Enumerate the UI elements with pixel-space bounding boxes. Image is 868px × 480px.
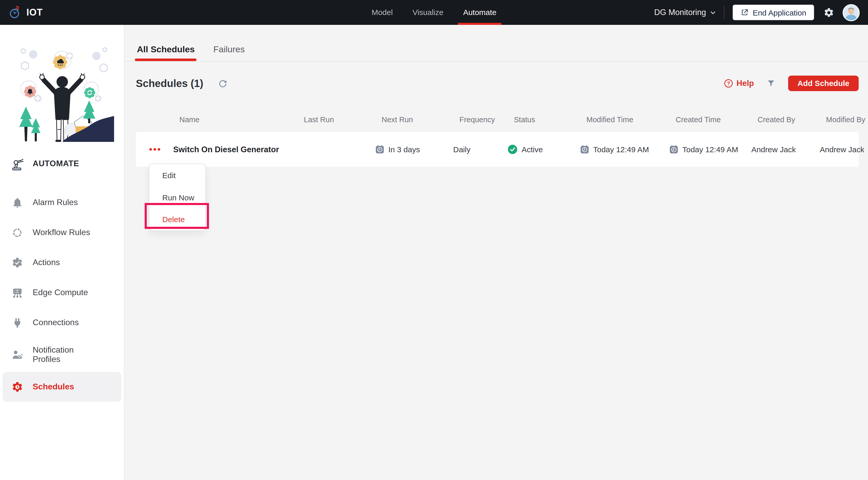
column-header-next-run: Next Run (375, 115, 453, 124)
top-navigation: Model Visualize Automate (365, 0, 503, 25)
sidebar: AUTOMATE Alarm Rules (0, 25, 124, 480)
main-content: All Schedules Failures Schedules (1) ? (124, 25, 868, 480)
help-icon: ? (724, 79, 734, 88)
column-header-last-run: Last Run (298, 115, 375, 124)
refresh-icon[interactable] (218, 78, 228, 88)
nav-tab-model[interactable]: Model (365, 0, 399, 25)
nav-tab-automate[interactable]: Automate (457, 0, 502, 25)
app-window: IOT Model Visualize Automate DG Monitori… (0, 0, 868, 480)
clock-icon (670, 145, 678, 154)
status-cell: Active (508, 144, 580, 154)
column-header-modified-time: Modified Time (580, 115, 670, 124)
gear-check-icon (11, 256, 23, 269)
column-header-status: Status (508, 115, 580, 124)
end-application-label: End Application (753, 8, 806, 17)
column-header-menu (136, 115, 173, 124)
settings-gear-icon[interactable] (824, 7, 834, 18)
modified-time-value: Today 12:49 AM (593, 145, 649, 154)
frequency-cell: Daily (453, 145, 508, 154)
sidebar-item-label: Alarm Rules (33, 198, 78, 207)
server-icon (11, 286, 23, 299)
svg-text:?: ? (727, 80, 730, 86)
external-link-icon (740, 8, 748, 16)
context-menu-item-run-now[interactable]: Run Now (149, 186, 205, 208)
nav-tab-visualize[interactable]: Visualize (406, 0, 450, 25)
table-row[interactable]: Switch On Diesel Generator In 3 days Dai… (136, 132, 859, 167)
sidebar-section-automate: AUTOMATE (0, 153, 124, 174)
sidebar-item-actions[interactable]: Actions (0, 247, 124, 278)
sidebar-item-notification-profiles[interactable]: Notification Profiles (0, 338, 124, 372)
app-selector-label: DG Monitoring (654, 8, 706, 17)
sidebar-item-connections[interactable]: Connections (0, 308, 124, 338)
tab-failures[interactable]: Failures (212, 44, 246, 61)
page-title: Schedules (1) (136, 77, 203, 89)
workflow-icon (11, 227, 23, 238)
tabs-divider (124, 61, 868, 62)
created-time-value: Today 12:49 AM (682, 145, 738, 154)
automation-illustration (10, 40, 114, 142)
status-check-icon (508, 144, 518, 154)
column-header-frequency: Frequency (453, 115, 508, 124)
tab-all-schedules[interactable]: All Schedules (136, 44, 196, 61)
modified-time-cell: Today 12:49 AM (580, 145, 670, 154)
created-by-cell: Andrew Jack (751, 145, 820, 154)
user-avatar[interactable] (843, 4, 860, 21)
sidebar-menu: Alarm Rules Workflow Rules (0, 187, 124, 402)
modified-by-cell: Andrew Jack (820, 145, 859, 154)
row-context-menu: Edit Run Now Delete (149, 164, 206, 231)
end-application-button[interactable]: End Application (733, 5, 814, 20)
column-header-name: Name (173, 115, 298, 124)
content-tabs: All Schedules Failures (136, 25, 868, 61)
sidebar-item-label: Actions (33, 258, 60, 268)
chevron-down-icon (710, 11, 715, 14)
created-time-cell: Today 12:49 AM (670, 145, 751, 154)
help-label: Help (737, 79, 754, 88)
logo-text: IOT (26, 7, 43, 18)
bell-icon (11, 197, 23, 208)
app-selector-dropdown[interactable]: DG Monitoring (654, 8, 715, 17)
status-value: Active (522, 145, 543, 154)
schedule-name: Switch On Diesel Generator (173, 145, 298, 154)
section-label: AUTOMATE (33, 159, 79, 168)
app-logo[interactable]: IOT (8, 6, 43, 19)
topbar-right: DG Monitoring End Application (654, 4, 860, 21)
clock-icon (580, 145, 589, 154)
sidebar-item-edge-compute[interactable]: Edge Compute (0, 278, 124, 308)
row-menu-dots-icon[interactable] (136, 148, 173, 151)
sidebar-item-schedules[interactable]: Schedules (3, 372, 121, 402)
column-header-created-time: Created Time (670, 115, 751, 124)
iot-logo-icon (8, 6, 22, 19)
sidebar-item-label: Edge Compute (33, 288, 88, 298)
next-run-cell: In 3 days (375, 145, 453, 154)
filter-icon[interactable] (766, 79, 776, 88)
robot-arm-icon (10, 157, 24, 171)
heading-actions: ? Help Add Schedule (724, 76, 859, 91)
topbar: IOT Model Visualize Automate DG Monitori… (0, 0, 868, 25)
heading-row: Schedules (1) ? Help (136, 74, 868, 93)
sidebar-item-label: Notification Profiles (33, 345, 91, 364)
sidebar-item-label: Connections (33, 318, 79, 328)
plug-icon (11, 317, 23, 329)
person-mail-icon (11, 349, 23, 361)
gear-clock-icon (11, 381, 23, 393)
clock-icon (375, 145, 384, 154)
sidebar-item-label: Workflow Rules (33, 228, 90, 237)
column-header-modified-by: Modified By (820, 115, 859, 124)
context-menu-item-edit[interactable]: Edit (149, 164, 205, 186)
help-link[interactable]: ? Help (724, 79, 754, 88)
column-header-created-by: Created By (751, 115, 820, 124)
table-header: Name Last Run Next Run Frequency Status … (136, 115, 859, 124)
sidebar-item-workflow-rules[interactable]: Workflow Rules (0, 217, 124, 247)
next-run-value: In 3 days (389, 145, 420, 154)
add-schedule-button[interactable]: Add Schedule (788, 76, 859, 91)
sidebar-item-label: Schedules (33, 382, 74, 392)
context-menu-item-delete[interactable]: Delete (149, 208, 205, 231)
sidebar-item-alarm-rules[interactable]: Alarm Rules (0, 187, 124, 217)
topbar-divider (723, 6, 724, 19)
